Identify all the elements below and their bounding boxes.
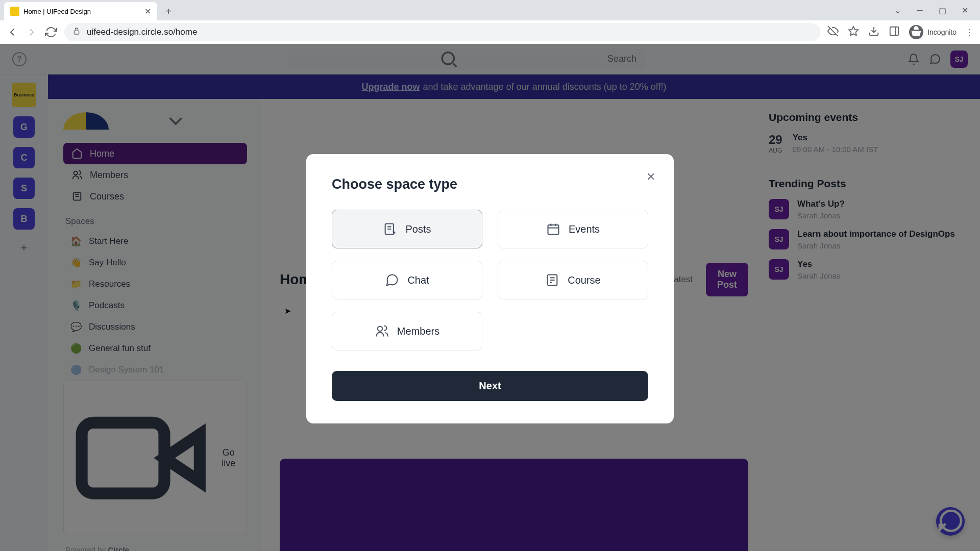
type-label: Events [569, 223, 600, 235]
modal-close-icon[interactable]: ✕ [646, 170, 655, 184]
forward-icon[interactable] [26, 26, 38, 38]
type-label: Chat [407, 274, 429, 286]
window-controls: ⌄ ─ ▢ ✕ [892, 5, 980, 15]
modal-overlay[interactable]: Choose space type ✕ Posts Events Chat Co [0, 44, 980, 551]
course-icon [545, 273, 559, 287]
space-type-course[interactable]: Course [498, 261, 648, 299]
app: ? Search SJ Business G C S B + Upgrade n… [0, 44, 980, 551]
svg-rect-0 [74, 31, 79, 34]
minimize-icon[interactable]: ─ [915, 5, 925, 15]
back-icon[interactable] [6, 26, 18, 38]
incognito-badge[interactable]: Incognito [909, 25, 957, 39]
svg-point-22 [378, 327, 382, 331]
tab-bar: Home | UIFeed Design ✕ + ⌄ ─ ▢ ✕ [0, 0, 980, 20]
url-text: uifeed-design.circle.so/home [87, 27, 197, 37]
tab-title: Home | UIFeed Design [23, 8, 91, 15]
browser-chrome: Home | UIFeed Design ✕ + ⌄ ─ ▢ ✕ uifeed-… [0, 0, 980, 44]
download-icon[interactable] [868, 26, 879, 39]
modal-title: Choose space type [332, 177, 648, 192]
space-type-members[interactable]: Members [332, 312, 482, 350]
reload-icon[interactable] [45, 26, 57, 38]
space-type-chat[interactable]: Chat [332, 261, 482, 299]
chevron-down-icon[interactable]: ⌄ [892, 5, 902, 15]
incognito-label: Incognito [927, 28, 957, 36]
choose-space-type-modal: Choose space type ✕ Posts Events Chat Co [306, 154, 674, 423]
tab-close-icon[interactable]: ✕ [144, 8, 151, 15]
svg-marker-1 [849, 27, 858, 35]
maximize-icon[interactable]: ▢ [937, 5, 947, 15]
new-tab-button[interactable]: + [161, 4, 176, 18]
url-box[interactable]: uifeed-design.circle.so/home [64, 23, 820, 41]
type-label: Posts [405, 223, 431, 235]
browser-tab[interactable]: Home | UIFeed Design ✕ [4, 2, 157, 20]
star-icon[interactable] [848, 26, 859, 39]
svg-rect-11 [548, 225, 558, 235]
type-label: Course [568, 274, 600, 286]
close-window-icon[interactable]: ✕ [960, 5, 970, 15]
chat-icon [385, 273, 399, 287]
space-type-events[interactable]: Events [498, 210, 648, 248]
browser-right-icons: Incognito ⋮ [827, 25, 974, 39]
space-type-posts[interactable]: Posts [332, 210, 482, 248]
members-icon [375, 324, 389, 338]
favicon [10, 7, 19, 16]
eye-off-icon[interactable] [827, 26, 839, 39]
lock-icon [72, 27, 81, 38]
next-button[interactable]: Next [332, 371, 648, 401]
incognito-icon [909, 25, 923, 39]
address-bar: uifeed-design.circle.so/home Incognito ⋮ [0, 20, 980, 44]
events-icon [546, 222, 560, 236]
type-label: Members [397, 325, 439, 337]
svg-rect-2 [890, 27, 899, 36]
menu-icon[interactable]: ⋮ [966, 28, 974, 37]
posts-icon [383, 222, 397, 236]
panel-icon[interactable] [889, 26, 900, 39]
